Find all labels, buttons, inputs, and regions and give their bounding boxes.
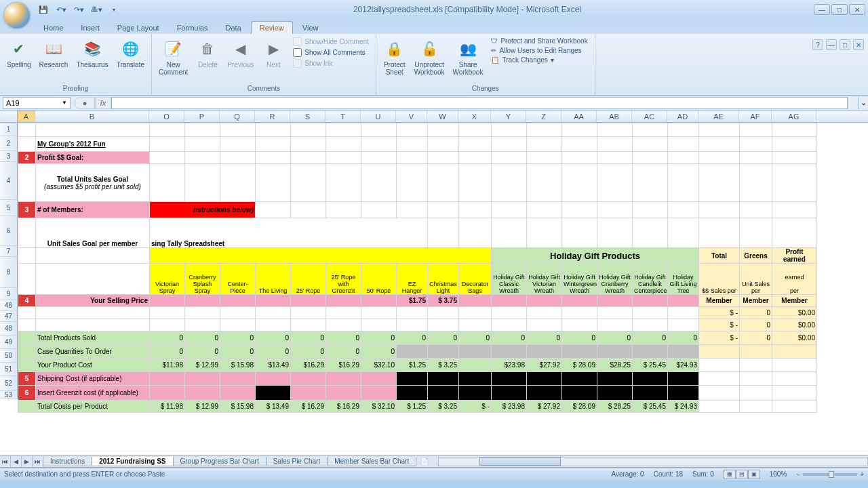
cell[interactable] [397,137,428,152]
cell[interactable] [256,372,291,386]
insert-sheet-icon[interactable]: 📄 [416,458,433,465]
cell[interactable] [668,345,699,359]
sheet-nav-prev[interactable]: ◀ [11,456,22,467]
cell[interactable]: Total [699,248,740,264]
row-header-47[interactable]: 47 [0,311,18,322]
cell[interactable] [562,295,597,307]
cell[interactable] [562,319,597,331]
cell[interactable]: $23.98 [492,359,527,372]
cell[interactable] [18,359,36,372]
cell[interactable] [326,386,361,401]
cell[interactable]: $ 15.98 [220,359,256,372]
cell[interactable] [699,164,740,202]
cell[interactable]: sing Tally Spreadsheet [150,218,428,248]
cell[interactable] [668,386,699,401]
tab-home[interactable]: Home [35,22,71,34]
zoom-in-button[interactable]: + [860,470,864,478]
column-header-AC[interactable]: AC [632,110,667,122]
cell[interactable]: $ 28.25 [597,401,633,413]
cell[interactable] [668,137,699,152]
cell[interactable]: $ 28.09 [562,401,597,413]
cell[interactable] [361,152,397,164]
cell[interactable] [668,372,699,386]
select-all-corner[interactable] [0,110,18,122]
cell[interactable] [291,202,326,218]
cell[interactable]: Victorian Spray [150,264,185,295]
cell[interactable]: 0 [633,331,668,345]
cell[interactable] [527,295,562,307]
cell[interactable] [185,164,220,202]
cell[interactable] [562,386,597,401]
cell[interactable] [256,137,291,152]
column-header-Z[interactable]: Z [526,110,561,122]
cell[interactable] [397,386,428,401]
cell[interactable] [562,137,597,152]
zoom-out-button[interactable]: − [796,470,800,478]
cell[interactable]: $27.92 [527,359,562,372]
cell[interactable]: 3 [18,202,36,218]
protect-share-workbook-button[interactable]: 🛡 Protect and Share Workbook [488,37,590,45]
cell[interactable]: 2 [18,152,36,164]
cell[interactable]: Member [772,295,817,307]
cell[interactable] [562,164,597,202]
research-button[interactable]: 📖Research [37,37,71,70]
cell[interactable]: 0 [740,319,772,331]
cell[interactable] [527,218,562,248]
sheet-nav-last[interactable]: ⏭ [33,456,43,467]
cell[interactable] [291,164,326,202]
row-header-6[interactable]: 6 [0,216,18,246]
cell[interactable] [492,152,527,164]
cell[interactable] [150,152,185,164]
cell[interactable]: My Group's 2012 Fun [36,137,150,152]
cell[interactable] [291,295,326,307]
cell[interactable]: 4 [18,295,36,307]
cell[interactable] [772,386,817,401]
cell[interactable] [699,137,740,152]
cell[interactable] [527,307,562,319]
cell[interactable] [633,123,668,137]
sheet-tab-group-progress[interactable]: Group Progress Bar Chart [173,457,267,466]
name-box[interactable]: A19▼ [3,97,71,109]
column-header-W[interactable]: W [427,110,458,122]
cell[interactable] [597,295,633,307]
cell[interactable]: Insert Greenzit cost (if applicable) [36,386,150,401]
cell[interactable]: $13.49 [256,359,291,372]
cell[interactable] [18,319,36,331]
cell[interactable]: 0 [326,345,361,359]
row-header-2[interactable]: 2 [0,136,18,151]
cell[interactable]: 0 [291,331,326,345]
cell[interactable]: $ 12.99 [185,401,220,413]
column-header-AF[interactable]: AF [739,110,772,122]
cell[interactable] [397,307,428,319]
delete-comment-button[interactable]: 🗑Delete [193,37,222,70]
cell[interactable] [185,137,220,152]
cell[interactable] [562,345,597,359]
translate-button[interactable]: 🌐Translate [114,37,147,70]
cell[interactable] [150,307,185,319]
cell[interactable]: Decorator Bags [459,264,492,295]
row-header-46[interactable]: 46 [0,300,18,311]
cell[interactable] [492,307,527,319]
cell[interactable] [220,137,256,152]
cell[interactable] [361,372,397,386]
qat-customize-icon[interactable]: ▾ [107,3,121,16]
cell[interactable] [597,372,633,386]
cell[interactable] [18,137,36,152]
cell[interactable]: 0 [150,345,185,359]
column-header-AG[interactable]: AG [772,110,816,122]
cell[interactable] [220,372,256,386]
cell[interactable] [597,307,633,319]
cell[interactable] [150,295,185,307]
cell[interactable] [150,319,185,331]
cell[interactable] [699,152,740,164]
cell[interactable] [772,164,817,202]
cell[interactable] [36,248,150,264]
cell[interactable] [256,152,291,164]
zoom-slider[interactable] [803,473,857,476]
cell[interactable] [740,345,772,359]
cell[interactable] [633,307,668,319]
cell[interactable] [562,202,597,218]
cell[interactable]: $0.00 [772,319,817,331]
cell[interactable] [772,372,817,386]
column-header-Q[interactable]: Q [220,110,255,122]
